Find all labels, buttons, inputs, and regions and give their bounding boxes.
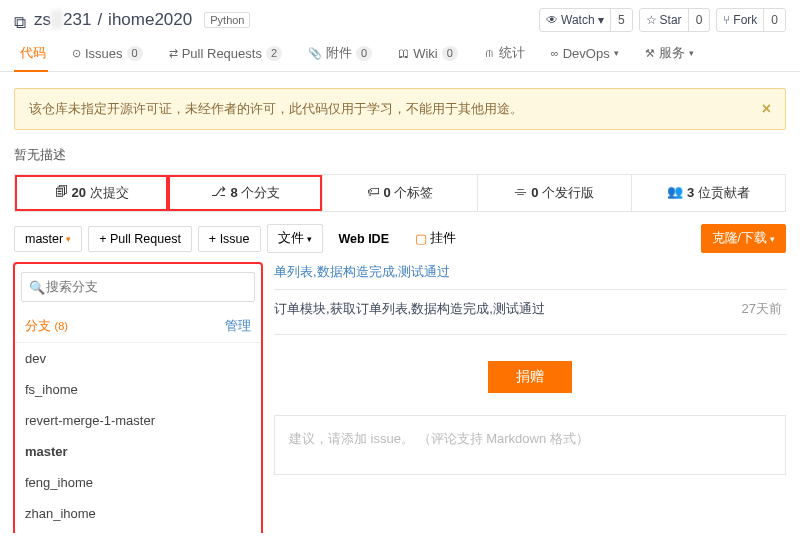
star-button[interactable]: ☆ Star0 [639,8,711,32]
language-badge: Python [204,12,250,28]
watch-button[interactable]: 👁 Watch ▾5 [539,8,633,32]
stat-item[interactable]: ⎇ 8 个分支 [168,175,322,211]
commit-time: 27天前 [742,300,786,318]
widget-button[interactable]: ▢ 挂件 [405,225,466,252]
fork-button[interactable]: ⑂ Fork0 [716,8,786,32]
nav-Pull Requests[interactable]: ⇄Pull Requests2 [167,38,284,71]
nav-Issues[interactable]: ⊙Issues0 [70,38,145,71]
new-issue-button[interactable]: + Issue [198,226,261,252]
web-ide-button[interactable]: Web IDE [329,227,399,251]
breadcrumb: ⧉ zs231 / ihome2020 Python [14,10,250,30]
license-warning: 该仓库未指定开源许可证，未经作者的许可，此代码仅用于学习，不能用于其他用途。 × [14,88,786,130]
repo-description: 暂无描述 [0,142,800,174]
branch-item[interactable]: dev [15,343,261,374]
commit-message: 订单模块,获取订单列表,数据构造完成,测试通过 [274,300,545,318]
branch-item[interactable]: master [15,436,261,467]
nav-代码[interactable]: 代码 [14,38,48,71]
donate-button[interactable]: 捐赠 [488,361,572,393]
repo-icon: ⧉ [14,13,28,27]
branch-item[interactable]: liang_ihome [15,529,261,533]
commit-title-link[interactable]: 单列表,数据构造完成,测试通过 [274,263,786,290]
nav-附件[interactable]: 📎附件0 [306,38,374,71]
stat-item[interactable]: 👥 3 位贡献者 [631,175,785,211]
owner-link[interactable]: zs231 [34,10,91,30]
files-button[interactable]: 文件▾ [267,224,323,253]
branch-item[interactable]: feng_ihome [15,467,261,498]
nav-DevOps[interactable]: ∞DevOps▾ [549,38,621,71]
branch-search-input[interactable] [21,272,255,302]
close-icon[interactable]: × [762,100,771,118]
repo-nav: 代码⊙Issues0⇄Pull Requests2📎附件0🕮Wiki0⫙统计∞D… [0,38,800,72]
branch-item[interactable]: fs_ihome [15,374,261,405]
stat-item[interactable]: ⌯ 0 个发行版 [477,175,631,211]
repo-stats: 🗐 20 次提交⎇ 8 个分支🏷 0 个标签⌯ 0 个发行版👥 3 位贡献者 [14,174,786,212]
new-pr-button[interactable]: + Pull Request [88,226,192,252]
repo-link[interactable]: ihome2020 [108,10,192,30]
branch-item[interactable]: revert-merge-1-master [15,405,261,436]
bookmark-icon: ▢ [415,231,427,246]
stat-item[interactable]: 🗐 20 次提交 [15,175,168,211]
search-icon: 🔍 [29,280,45,295]
branch-item[interactable]: zhan_ihome [15,498,261,529]
nav-Wiki[interactable]: 🕮Wiki0 [396,38,460,71]
clone-download-button[interactable]: 克隆/下载▾ [701,224,786,253]
nav-服务[interactable]: ⚒服务▾ [643,38,696,71]
comment-box[interactable]: 建议，请添加 issue。 （评论支持 Markdown 格式） [274,415,786,475]
manage-branches-link[interactable]: 管理 [225,318,251,335]
nav-统计[interactable]: ⫙统计 [482,38,527,71]
stat-item[interactable]: 🏷 0 个标签 [322,175,476,211]
branch-select[interactable]: master▾ [14,226,82,252]
branch-dropdown: 🔍 分支 (8) 管理 devfs_ihomerevert-merge-1-ma… [14,263,262,533]
